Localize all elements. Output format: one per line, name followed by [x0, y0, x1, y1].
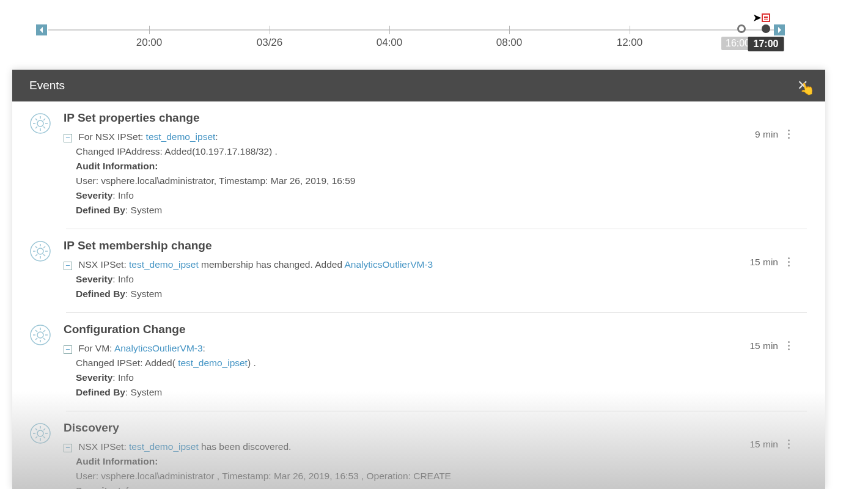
svg-line-17 — [43, 254, 45, 256]
timeline-tick — [630, 26, 630, 34]
kebab-menu-icon[interactable] — [785, 437, 792, 451]
event-text: User: vsphere.local\administrator, Times… — [64, 174, 808, 188]
events-panel-header: Events ✕ 👆 — [12, 70, 825, 101]
severity-label: Severity — [76, 485, 112, 489]
event-row: Configuration Change 15 min − For VM: An… — [12, 313, 825, 411]
gear-circle-icon — [29, 422, 54, 447]
svg-line-39 — [43, 428, 45, 430]
timeline-event-marker-icon[interactable] — [762, 13, 770, 22]
kebab-menu-icon[interactable] — [785, 255, 792, 269]
audit-label: Audit Information: — [76, 161, 158, 171]
events-panel-title: Events — [29, 79, 65, 92]
ipset-link[interactable]: test_demo_ipset — [146, 131, 216, 142]
timeline-tick-label: 20:00 — [136, 37, 163, 49]
event-time: 15 min — [749, 339, 792, 353]
collapse-toggle-icon[interactable]: − — [64, 345, 72, 354]
cursor-hand-overlay: 👆 — [798, 79, 816, 98]
svg-line-16 — [35, 246, 37, 248]
event-time: 9 min — [755, 127, 792, 141]
close-icon[interactable]: ✕ 👆 — [797, 78, 808, 94]
event-title: IP Set membership change — [64, 239, 808, 252]
event-row: Discovery 15 min − NSX IPSet: test_demo_… — [12, 411, 825, 489]
vm-link[interactable]: AnalyticsOutlierVM-3 — [344, 259, 433, 270]
timeline-handle-current[interactable] — [762, 24, 770, 33]
svg-line-19 — [43, 246, 45, 248]
svg-line-18 — [35, 254, 37, 256]
svg-point-11 — [37, 248, 43, 254]
svg-point-21 — [37, 332, 43, 338]
timeline-tick-label: 03/26 — [257, 37, 283, 49]
event-text: NSX IPSet: — [78, 259, 129, 270]
timeline-tick-label: 12:00 — [617, 37, 643, 49]
svg-line-6 — [35, 119, 37, 120]
svg-line-26 — [35, 330, 37, 332]
timeline-track[interactable] — [48, 29, 774, 31]
timeline-tick-label: 04:00 — [377, 37, 403, 49]
event-title: Configuration Change — [64, 323, 808, 336]
svg-line-29 — [43, 330, 45, 332]
event-text: NSX IPSet: — [78, 441, 129, 452]
svg-line-9 — [43, 119, 45, 120]
timeline-current-time: 17:00 — [748, 37, 784, 51]
definedby-label: Defined By — [76, 387, 125, 397]
event-text: User: vsphere.local\administrator , Time… — [64, 469, 808, 483]
definedby-label: Defined By — [76, 289, 125, 299]
event-text: For NSX IPSet: — [78, 131, 145, 142]
severity-label: Severity — [76, 372, 112, 383]
svg-point-1 — [37, 120, 43, 127]
timeline-tick — [509, 26, 510, 34]
event-row: IP Set membership change 15 min − NSX IP… — [12, 229, 825, 312]
event-text: Changed IPSet: Added( — [76, 358, 178, 368]
svg-line-28 — [35, 338, 37, 340]
vm-link[interactable]: AnalyticsOutlierVM-3 — [114, 343, 203, 353]
cursor-arrow-overlay: ➤ — [752, 11, 762, 24]
event-time: 15 min — [749, 255, 792, 269]
timeline-tick — [149, 26, 150, 34]
collapse-toggle-icon[interactable]: − — [64, 262, 72, 270]
timeline-handle-ghost[interactable] — [737, 24, 746, 33]
definedby-label: Defined By — [76, 205, 125, 215]
ipset-link[interactable]: test_demo_ipset — [129, 441, 199, 452]
event-list: IP Set properties change 9 min − For NSX… — [12, 101, 825, 489]
gear-circle-icon — [29, 240, 54, 265]
event-text: Changed IPAddress: Added(10.197.17.188/3… — [64, 144, 808, 159]
svg-line-37 — [43, 436, 45, 438]
ipset-link[interactable]: test_demo_ipset — [178, 358, 248, 368]
events-panel: Events ✕ 👆 IP Set properties change 9 mi… — [12, 70, 825, 489]
ipset-link[interactable]: test_demo_ipset — [129, 259, 199, 270]
svg-line-8 — [35, 127, 37, 128]
severity-label: Severity — [76, 274, 112, 284]
timeline: 20:00 03/26 04:00 08:00 12:00 16:00 17:0… — [0, 0, 868, 70]
audit-label: Audit Information: — [76, 456, 158, 466]
event-time: 15 min — [749, 437, 792, 451]
timeline-next-button[interactable] — [774, 24, 785, 35]
kebab-menu-icon[interactable] — [785, 339, 792, 353]
timeline-tick — [389, 26, 390, 34]
kebab-menu-icon[interactable] — [785, 127, 792, 141]
event-title: IP Set properties change — [64, 111, 808, 125]
timeline-prev-button[interactable] — [36, 24, 47, 35]
gear-circle-icon — [29, 324, 54, 348]
timeline-tick — [270, 26, 270, 34]
svg-line-36 — [35, 428, 37, 430]
svg-point-31 — [37, 430, 43, 436]
svg-line-7 — [43, 127, 45, 128]
gear-circle-icon — [29, 112, 54, 137]
timeline-tick-label: 08:00 — [496, 37, 523, 49]
collapse-toggle-icon[interactable]: − — [64, 134, 72, 142]
event-title: Discovery — [64, 421, 808, 435]
event-row: IP Set properties change 9 min − For NSX… — [12, 101, 825, 229]
collapse-toggle-icon[interactable]: − — [64, 444, 72, 452]
svg-line-38 — [35, 436, 37, 438]
severity-label: Severity — [76, 190, 112, 200]
svg-line-27 — [43, 338, 45, 340]
event-text: For VM: — [78, 343, 114, 353]
